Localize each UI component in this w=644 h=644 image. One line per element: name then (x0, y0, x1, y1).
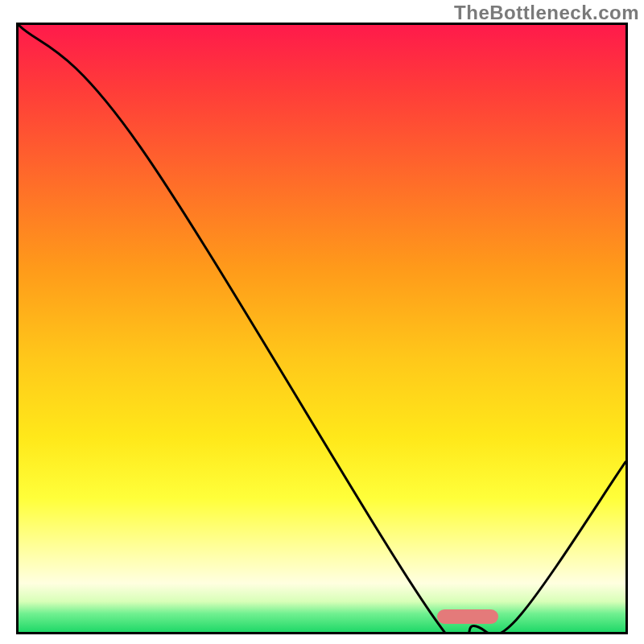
optimal-range-marker (437, 609, 497, 624)
watermark-text: TheBottleneck.com (454, 2, 639, 24)
bottleneck-curve (19, 25, 625, 632)
plot-frame (16, 23, 628, 634)
chart-container: TheBottleneck.com (0, 0, 644, 644)
